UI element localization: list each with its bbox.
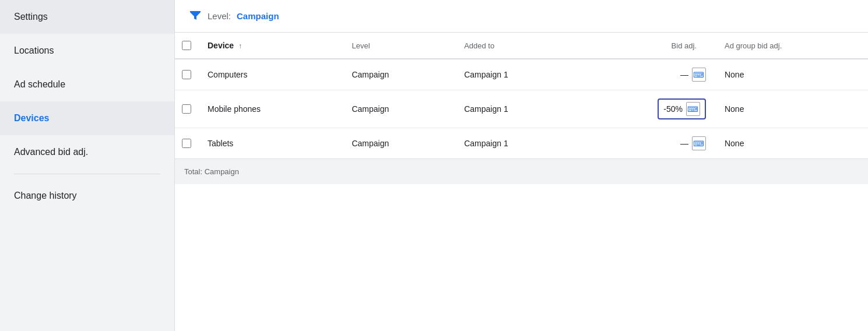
devices-table-container: Device ↑ Level Added to Bid adj. Ad grou… [175,33,868,331]
row-tablets-added-to: Campaign 1 [455,128,581,159]
row-mobile-checkbox-cell [175,90,198,128]
row-mobile-bid-value: -50% [663,104,683,114]
bid-chart-icon-tablets[interactable]: ⌨ [692,136,706,150]
row-tablets-checkbox-cell [175,128,198,159]
row-mobile-ad-group-bid: None [715,90,868,128]
bid-chart-icon[interactable]: ⌨ [692,68,706,82]
header-checkbox-cell [175,33,198,59]
col-header-ad-group-bid-adj: Ad group bid adj. [715,33,868,59]
table-footer-total: Total: Campaign [175,159,868,185]
sidebar-item-devices[interactable]: Devices [0,101,174,135]
col-header-level: Level [342,33,455,59]
row-computers-ad-group-bid: None [715,59,868,90]
select-all-checkbox[interactable] [182,41,191,50]
row-mobile-checkbox[interactable] [182,104,191,114]
table-footer-row: Total: Campaign [175,159,868,185]
table-row: Mobile phones Campaign Campaign 1 -50% ⌨… [175,90,868,128]
row-computers-bid-adj[interactable]: — ⌨ [581,59,715,90]
sort-arrow-icon: ↑ [238,42,242,50]
table-row: Tablets Campaign Campaign 1 — ⌨ None [175,128,868,159]
sidebar-item-settings[interactable]: Settings [0,0,174,34]
col-header-device[interactable]: Device ↑ [198,33,342,59]
filter-label: Level: [208,11,231,21]
row-mobile-added-to: Campaign 1 [455,90,581,128]
row-tablets-device: Tablets [198,128,342,159]
row-computers-device: Computers [198,59,342,90]
row-tablets-ad-group-bid: None [715,128,868,159]
sidebar-item-ad-schedule[interactable]: Ad schedule [0,68,174,101]
bid-highlighted-container[interactable]: -50% ⌨ [658,98,706,119]
row-tablets-bid-adj[interactable]: — ⌨ [581,128,715,159]
row-mobile-bid-adj[interactable]: -50% ⌨ [581,90,715,128]
sidebar-divider [14,174,160,174]
row-tablets-bid-value: — [680,139,688,148]
filter-value: Campaign [237,11,279,21]
bid-chart-icon-mobile[interactable]: ⌨ [686,102,700,116]
col-header-bid-adj: Bid adj. [581,33,715,59]
sidebar-item-change-history[interactable]: Change history [0,179,174,213]
main-content: Level: Campaign Device ↑ Level [175,0,868,331]
col-header-added-to: Added to [455,33,581,59]
row-tablets-checkbox[interactable] [182,139,191,148]
devices-table: Device ↑ Level Added to Bid adj. Ad grou… [175,33,868,184]
sidebar-item-locations[interactable]: Locations [0,34,174,68]
row-computers-level: Campaign [342,59,455,90]
filter-bar: Level: Campaign [175,0,868,33]
row-mobile-level: Campaign [342,90,455,128]
row-tablets-level: Campaign [342,128,455,159]
sidebar: Settings Locations Ad schedule Devices A… [0,0,175,331]
sidebar-item-advanced-bid[interactable]: Advanced bid adj. [0,135,174,169]
row-computers-checkbox-cell [175,59,198,90]
row-computers-checkbox[interactable] [182,70,191,79]
filter-icon [189,8,202,24]
row-mobile-device: Mobile phones [198,90,342,128]
table-header-row: Device ↑ Level Added to Bid adj. Ad grou… [175,33,868,59]
row-computers-added-to: Campaign 1 [455,59,581,90]
row-computers-bid-value: — [680,70,688,79]
table-row: Computers Campaign Campaign 1 — ⌨ None [175,59,868,90]
